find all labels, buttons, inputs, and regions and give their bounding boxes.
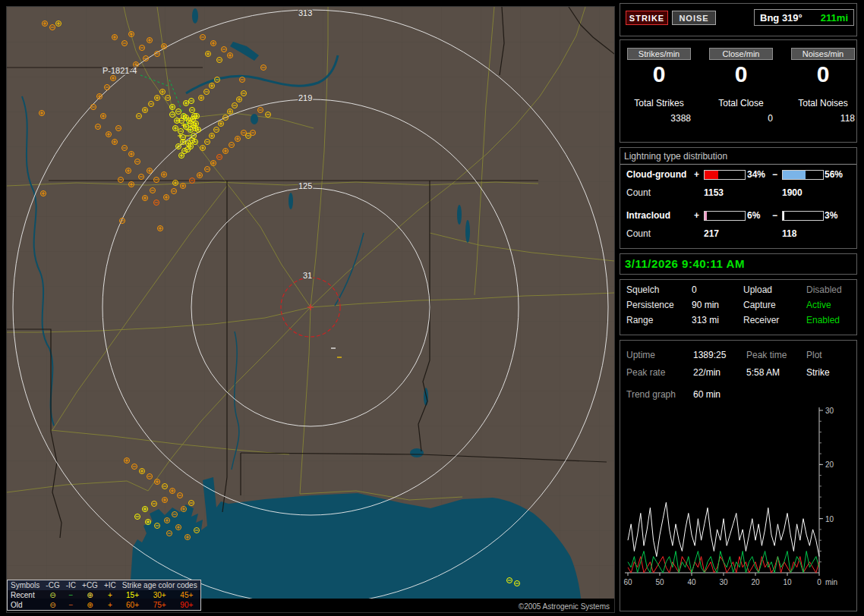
map-area[interactable]: P-1821-4 313 219 125 31 Symbols-CG-IC+CG… (6, 6, 615, 613)
range-value: 313 mi (692, 315, 719, 325)
legend-cell: ⊖ (43, 590, 62, 600)
trend-graph: 1020306050403020100min (623, 404, 853, 606)
cg-minus-gauge (782, 170, 824, 180)
svg-text:0: 0 (817, 578, 821, 586)
legend-cell: − (63, 600, 79, 610)
legend-cell: Strike age color codes (119, 580, 200, 590)
ic-plus-count: 217 (704, 228, 719, 239)
status-row: Persistence 90 min Capture Active (620, 300, 856, 313)
squelch-value: 0 (692, 284, 697, 295)
peak-rate-label: Peak rate (626, 367, 665, 378)
capture-value: Active (806, 300, 831, 310)
strikes-per-min-value: 0 (627, 61, 691, 87)
peak-time-value: 5:58 AM (746, 367, 780, 378)
capture-label: Capture (743, 300, 776, 310)
legend-cell: 60+ (119, 600, 147, 610)
ic-minus-gauge-fill (783, 212, 784, 220)
svg-text:min: min (825, 578, 837, 586)
legend-cell: − (63, 590, 79, 600)
persistence-value: 90 min (692, 300, 719, 310)
legend-cell: + (101, 600, 119, 610)
cloud-ground-row: Cloud-ground + 34% − 56% (620, 169, 856, 181)
noises-per-min-label: Noises/min (791, 48, 855, 60)
svg-text:10: 10 (825, 515, 834, 523)
persistence-label: Persistence (626, 300, 674, 310)
svg-text:30: 30 (825, 407, 834, 415)
receiver-label: Receiver (743, 315, 779, 325)
ic-plus-pct: 6% (747, 210, 760, 221)
minus-sign: − (772, 169, 777, 180)
noises-per-min-value: 0 (791, 61, 855, 87)
trend-graph-label: Trend graph (626, 389, 676, 400)
legend-cell: 90+ (173, 600, 200, 610)
receiver-value: Enabled (806, 315, 840, 325)
strike-button[interactable]: STRIKE (626, 11, 668, 25)
cloud-ground-count-row: Count 1153 1900 (620, 187, 856, 200)
count-label: Count (626, 228, 651, 239)
distribution-section: Lightning type distribution Cloud-ground… (620, 147, 857, 249)
upload-label: Upload (743, 284, 772, 295)
bearing-distance: 211mi (821, 12, 848, 24)
intracloud-label: Intracloud (626, 210, 670, 221)
svg-text:10: 10 (783, 578, 792, 586)
stats-row: Uptime 1389:25 Peak time Plot (620, 350, 856, 363)
status-row: Squelch 0 Upload Disabled (620, 284, 856, 298)
station-label: P-1821-4 (102, 66, 137, 75)
range-ring-label-31: 31 (303, 271, 312, 280)
total-strikes-value: 3388 (621, 113, 691, 124)
cg-minus-count: 1900 (782, 187, 803, 198)
ic-minus-count: 118 (782, 228, 796, 239)
range-ring-label-219: 219 (298, 93, 312, 102)
map-legend: Symbols-CG-IC+CG+ICStrike age color code… (7, 580, 201, 611)
status-section: Squelch 0 Upload Disabled Persistence 90… (620, 279, 857, 335)
svg-text:40: 40 (687, 578, 696, 586)
trend-graph-window: 60 min (693, 389, 721, 400)
controls-section: STRIKE NOISE Bng 319° 211mi (620, 3, 857, 36)
legend-cell: Symbols (8, 580, 43, 590)
legend-cell: +CG (79, 580, 101, 590)
legend-cell: ⊖ (43, 600, 62, 610)
total-close-value: 0 (703, 113, 773, 124)
legend-cell: +IC (101, 580, 119, 590)
total-strikes-label: Total Strikes (621, 98, 697, 108)
trend-graph-row: Trend graph 60 min (620, 389, 856, 403)
ic-minus-gauge (782, 211, 824, 221)
noises-rate-column: Noises/min 0 Total Noises 118 (791, 40, 864, 142)
squelch-label: Squelch (626, 284, 659, 295)
peak-rate-value: 22/min (693, 367, 721, 378)
cg-plus-gauge-fill (705, 171, 718, 179)
legend-cell: 75+ (146, 600, 173, 610)
cloud-ground-label: Cloud-ground (626, 169, 686, 180)
close-per-min-value: 0 (709, 61, 773, 87)
total-close-label: Total Close (703, 98, 779, 108)
uptime-value: 1389:25 (693, 350, 726, 360)
close-rate-column: Close/min 0 Total Close 0 (709, 40, 785, 142)
plus-sign: + (694, 169, 699, 180)
peak-time-label: Peak time (746, 350, 787, 360)
status-row: Range 313 mi Receiver Enabled (620, 315, 856, 328)
plot-label: Plot (806, 350, 822, 360)
lightning-map: P-1821-4 313 219 125 31 (7, 7, 614, 599)
bearing-display: Bng 319° 211mi (754, 9, 854, 26)
legend-cell: Old (8, 600, 43, 610)
ic-plus-gauge-fill (705, 212, 707, 220)
stats-section: Uptime 1389:25 Peak time Plot Peak rate … (620, 340, 857, 611)
plus-sign: + (694, 210, 699, 221)
svg-text:30: 30 (719, 578, 728, 586)
date-time-display: 3/11/2026 9:40:11 AM (625, 257, 745, 270)
noise-button[interactable]: NOISE (672, 11, 716, 25)
range-ring-label-313: 313 (298, 8, 312, 17)
close-per-min-label: Close/min (709, 48, 773, 60)
svg-text:60: 60 (623, 578, 632, 586)
cg-minus-pct: 56% (825, 169, 843, 180)
legend-cell: -IC (63, 580, 79, 590)
count-label: Count (626, 187, 651, 198)
clock-section: 3/11/2026 9:40:11 AM (620, 253, 857, 275)
legend-table: Symbols-CG-IC+CG+ICStrike age color code… (8, 580, 200, 610)
distribution-title: Lightning type distribution (620, 148, 856, 165)
cg-plus-count: 1153 (704, 187, 724, 198)
intracloud-count-row: Count 217 118 (620, 228, 856, 240)
intracloud-row: Intracloud + 6% − 3% (620, 210, 856, 222)
ic-minus-pct: 3% (825, 210, 837, 221)
legend-cell: 45+ (173, 590, 200, 600)
